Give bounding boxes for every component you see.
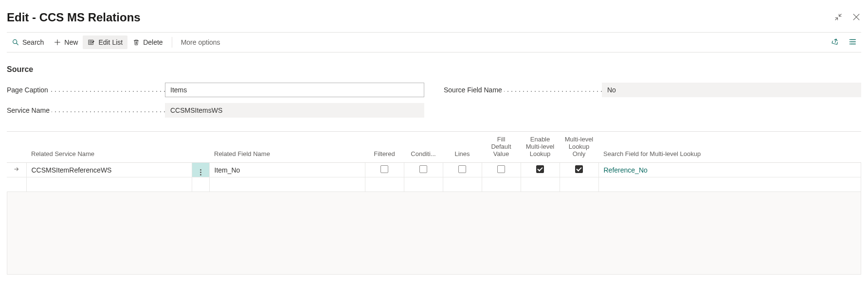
- delete-label: Delete: [143, 38, 163, 46]
- toolbar: Search New Edit List Delete More options: [7, 32, 861, 52]
- source-field-input[interactable]: [602, 83, 861, 97]
- checkbox-icon: [458, 165, 466, 173]
- edit-list-label: Edit List: [98, 38, 123, 46]
- toolbar-right: [831, 37, 861, 48]
- cell-lines[interactable]: [443, 163, 482, 177]
- checkbox-icon: [419, 165, 427, 173]
- grid-header: Related Service Name Related Field Name …: [7, 132, 861, 163]
- col-related-service[interactable]: Related Service Name: [26, 132, 192, 163]
- col-lines[interactable]: Lines: [443, 132, 482, 163]
- col-enable-multi[interactable]: Enable Multi-level Lookup: [521, 132, 560, 163]
- svg-point-2: [850, 39, 850, 40]
- cell-related-service[interactable]: CCSMSItemReferenceWS: [26, 163, 192, 177]
- more-options-button[interactable]: More options: [176, 35, 225, 49]
- checkbox-icon: [380, 165, 388, 173]
- toolbar-left: Search New Edit List Delete More options: [7, 35, 829, 49]
- search-button[interactable]: Search: [7, 35, 49, 49]
- share-icon[interactable]: [831, 37, 840, 48]
- section-title: Source: [7, 65, 861, 74]
- source-field-label: Source Field Name: [444, 86, 602, 94]
- col-condition[interactable]: Conditi...: [404, 132, 443, 163]
- page-caption-label: Page Caption: [7, 86, 165, 94]
- source-field-row: Source Field Name: [444, 83, 861, 97]
- checkbox-icon: [497, 165, 505, 173]
- edit-list-button[interactable]: Edit List: [83, 35, 127, 49]
- new-button[interactable]: New: [49, 35, 83, 49]
- page-title: Edit - CCS MS Relations: [7, 11, 141, 24]
- checkbox-checked-icon: [575, 165, 583, 173]
- col-filtered[interactable]: Filtered: [365, 132, 404, 163]
- col-fill-default[interactable]: Fill Default Value: [482, 132, 521, 163]
- delete-icon: [132, 38, 140, 46]
- plus-icon: [54, 38, 61, 46]
- page-caption-input[interactable]: [165, 83, 424, 97]
- svg-point-3: [850, 41, 850, 42]
- more-options-label: More options: [181, 38, 220, 46]
- cell-filtered[interactable]: [365, 163, 404, 177]
- page-header: Edit - CCS MS Relations: [7, 5, 861, 32]
- cell-search-field[interactable]: Reference_No: [598, 163, 861, 177]
- page-caption-row: Page Caption: [7, 83, 424, 97]
- table-row[interactable]: CCSMSItemReferenceWS Item_No Reference_N…: [7, 163, 861, 177]
- cell-related-field[interactable]: Item_No: [209, 163, 365, 177]
- cell-enable-multi[interactable]: [521, 163, 560, 177]
- checkbox-checked-icon: [536, 165, 544, 173]
- cell-condition[interactable]: [404, 163, 443, 177]
- col-related-field[interactable]: Related Field Name: [209, 132, 365, 163]
- cell-fill-default[interactable]: [482, 163, 521, 177]
- edit-list-icon: [88, 38, 95, 46]
- grid: Related Service Name Related Field Name …: [7, 131, 861, 275]
- close-icon[interactable]: [851, 12, 861, 23]
- col-multi-only[interactable]: Multi-level Lookup Only: [560, 132, 598, 163]
- service-name-row: Service Name: [7, 103, 424, 118]
- grid-empty-area: [7, 192, 861, 275]
- svg-point-4: [850, 43, 850, 44]
- service-name-input[interactable]: [165, 103, 424, 118]
- col-search-field[interactable]: Search Field for Multi-level Lookup: [598, 132, 861, 163]
- new-label: New: [64, 38, 78, 46]
- list-view-icon[interactable]: [849, 37, 857, 48]
- arrow-right-icon: [13, 166, 20, 174]
- header-actions: [834, 12, 861, 23]
- delete-button[interactable]: Delete: [127, 35, 167, 49]
- table-row-empty[interactable]: [7, 177, 861, 192]
- form-area: Page Caption Source Field Name Service N…: [7, 83, 861, 118]
- cell-multi-only[interactable]: [560, 163, 598, 177]
- toolbar-separator: [172, 37, 172, 48]
- svg-point-0: [13, 40, 17, 44]
- service-name-label: Service Name: [7, 106, 165, 114]
- search-label: Search: [22, 38, 44, 46]
- more-vertical-icon: [200, 169, 201, 175]
- minimize-icon[interactable]: [834, 13, 843, 23]
- row-actions[interactable]: [192, 163, 209, 177]
- search-icon: [12, 38, 19, 46]
- row-selector[interactable]: [7, 163, 26, 177]
